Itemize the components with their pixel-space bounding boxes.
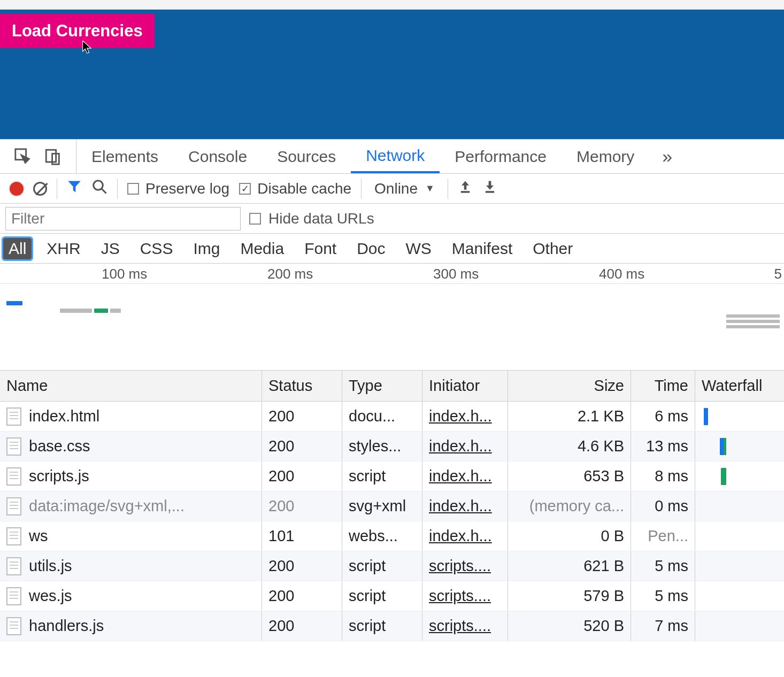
devtools-tabstrip: Elements Console Sources Network Perform… xyxy=(0,140,784,174)
cell-size: 520 B xyxy=(508,611,631,641)
table-row[interactable]: wes.js200scriptscripts....579 B5 ms xyxy=(0,581,784,611)
inspect-element-icon[interactable] xyxy=(14,148,32,166)
tab-network[interactable]: Network xyxy=(351,140,440,173)
initiator-link[interactable]: index.h... xyxy=(429,527,492,545)
table-row[interactable]: base.css200styles...index.h...4.6 KB13 m… xyxy=(0,432,784,461)
cell-waterfall xyxy=(695,402,784,431)
tab-elements[interactable]: Elements xyxy=(76,140,173,173)
cell-initiator: index.h... xyxy=(422,432,508,461)
tabs-overflow-icon[interactable]: » xyxy=(649,146,685,167)
clear-icon[interactable] xyxy=(33,182,47,196)
upload-har-icon[interactable] xyxy=(458,179,473,198)
type-pill-manifest[interactable]: Manifest xyxy=(447,238,518,259)
initiator-link[interactable]: index.h... xyxy=(429,437,492,455)
cell-status: 101 xyxy=(262,521,342,551)
initiator-link[interactable]: scripts.... xyxy=(429,587,491,605)
type-pill-js[interactable]: JS xyxy=(96,238,125,259)
cell-initiator: scripts.... xyxy=(422,581,508,611)
table-row[interactable]: index.html200docu...index.h...2.1 KB6 ms xyxy=(0,402,784,432)
tab-console[interactable]: Console xyxy=(173,140,262,173)
type-pill-media[interactable]: Media xyxy=(235,238,289,259)
throttling-select[interactable]: Online ▼ xyxy=(371,180,438,197)
throttling-value: Online xyxy=(374,180,418,197)
initiator-link[interactable]: scripts.... xyxy=(429,617,491,635)
checkbox-icon[interactable] xyxy=(249,213,261,225)
cell-waterfall xyxy=(695,521,784,551)
cell-status: 200 xyxy=(262,461,342,491)
cell-type: styles... xyxy=(342,432,422,461)
tab-memory[interactable]: Memory xyxy=(562,140,649,173)
cell-initiator: index.h... xyxy=(422,461,508,491)
cell-status: 200 xyxy=(262,611,342,641)
toggle-device-icon[interactable] xyxy=(44,148,62,166)
svg-rect-6 xyxy=(486,191,494,193)
cell-waterfall xyxy=(695,581,784,611)
type-pill-ws[interactable]: WS xyxy=(401,238,437,259)
preserve-log-checkbox[interactable]: Preserve log xyxy=(127,180,229,197)
timeline-overview[interactable]: 100 ms 200 ms 300 ms 400 ms 5 xyxy=(0,264,784,371)
cell-waterfall xyxy=(695,551,784,581)
file-icon xyxy=(6,497,21,516)
network-toolbar: Preserve log ✓ Disable cache Online ▼ xyxy=(0,174,784,204)
cell-name: handlers.js xyxy=(0,611,262,641)
cell-time: 0 ms xyxy=(631,491,695,521)
filter-input[interactable] xyxy=(5,207,241,230)
col-type[interactable]: Type xyxy=(342,371,422,401)
cell-name: data:image/svg+xml,... xyxy=(0,491,262,521)
separator xyxy=(361,179,362,199)
cell-waterfall xyxy=(695,491,784,521)
devtools-panel: Elements Console Sources Network Perform… xyxy=(0,139,784,641)
col-time[interactable]: Time xyxy=(631,371,695,401)
cell-waterfall xyxy=(695,432,784,461)
type-pill-css[interactable]: CSS xyxy=(135,238,179,259)
checkbox-icon[interactable]: ✓ xyxy=(239,183,251,195)
col-size[interactable]: Size xyxy=(508,371,631,401)
table-row[interactable]: ws101webs...index.h...0 BPen... xyxy=(0,521,784,551)
filter-funnel-icon[interactable] xyxy=(67,179,82,198)
type-pill-other[interactable]: Other xyxy=(527,238,578,259)
record-button-icon[interactable] xyxy=(10,182,24,196)
table-row[interactable]: scripts.js200scriptindex.h...653 B8 ms xyxy=(0,461,784,491)
initiator-link[interactable]: index.h... xyxy=(429,497,492,515)
type-pill-img[interactable]: Img xyxy=(188,238,225,259)
cell-time: 5 ms xyxy=(631,551,695,581)
type-pill-all[interactable]: All xyxy=(3,238,32,259)
type-pill-font[interactable]: Font xyxy=(299,238,342,259)
table-row[interactable]: utils.js200scriptscripts....621 B5 ms xyxy=(0,551,784,581)
cell-size: 4.6 KB xyxy=(508,432,631,461)
tab-sources[interactable]: Sources xyxy=(262,140,351,173)
file-icon xyxy=(6,557,21,575)
file-icon xyxy=(6,587,21,605)
type-pill-xhr[interactable]: XHR xyxy=(41,238,86,259)
disable-cache-checkbox[interactable]: ✓ Disable cache xyxy=(239,180,351,197)
load-currencies-button[interactable]: Load Currencies xyxy=(0,14,155,48)
checkbox-icon[interactable] xyxy=(127,183,139,195)
file-icon xyxy=(6,527,21,545)
cell-waterfall xyxy=(695,611,784,641)
cell-size: 653 B xyxy=(508,461,631,491)
cell-status: 200 xyxy=(262,551,342,581)
svg-line-4 xyxy=(102,189,106,194)
col-initiator[interactable]: Initiator xyxy=(422,371,508,401)
cell-time: 7 ms xyxy=(631,611,695,641)
table-row[interactable]: data:image/svg+xml,...200svg+xmlindex.h.… xyxy=(0,491,784,521)
cell-type: script xyxy=(342,461,422,491)
search-icon[interactable] xyxy=(91,179,107,198)
table-row[interactable]: handlers.js200scriptscripts....520 B7 ms xyxy=(0,611,784,641)
initiator-link[interactable]: index.h... xyxy=(429,467,492,485)
tick-label: 200 ms xyxy=(267,266,313,282)
request-name: base.css xyxy=(29,437,90,455)
cell-time: 5 ms xyxy=(631,581,695,611)
request-name: wes.js xyxy=(29,587,72,605)
col-name[interactable]: Name xyxy=(0,371,262,401)
download-har-icon[interactable] xyxy=(482,179,497,198)
svg-rect-1 xyxy=(46,150,56,162)
initiator-link[interactable]: index.h... xyxy=(429,407,492,425)
svg-rect-5 xyxy=(461,191,470,193)
hide-data-urls-checkbox[interactable]: Hide data URLs xyxy=(249,210,374,227)
tab-performance[interactable]: Performance xyxy=(440,140,562,173)
col-status[interactable]: Status xyxy=(262,371,342,401)
col-waterfall[interactable]: Waterfall xyxy=(695,371,784,401)
initiator-link[interactable]: scripts.... xyxy=(429,557,491,575)
type-pill-doc[interactable]: Doc xyxy=(351,238,390,259)
